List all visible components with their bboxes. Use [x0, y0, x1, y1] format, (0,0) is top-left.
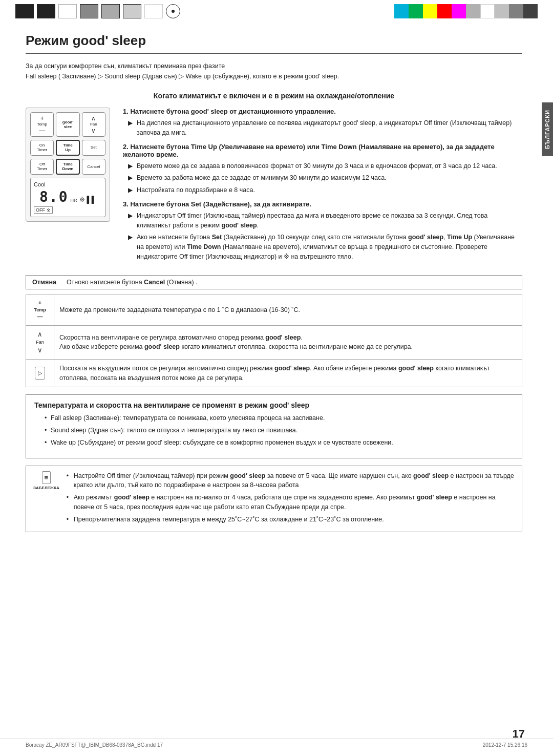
step-3: 3. Натиснете бутона Set (Задействане), з…: [123, 200, 522, 262]
bullet-arrow-icon: ▶: [128, 185, 133, 195]
remote-set-btn: Set: [82, 140, 105, 156]
reg-box-6: [123, 4, 141, 18]
display-time-value: 8.0: [39, 188, 69, 205]
bottom-bullet-list: Fall asleep (Заспиване): температурата с…: [45, 413, 514, 447]
step-2-title: 2. Натиснете бутона Time Up (Увеличаване…: [123, 143, 522, 158]
step-1-bullet-text: На дисплея на дистанционното управление …: [137, 118, 522, 138]
display-cool-label: Cool: [34, 181, 46, 187]
language-label: БЪЛГАРСКИ: [542, 102, 553, 156]
bullet-arrow-icon: ▶: [128, 161, 133, 171]
note-box: ≡ ЗАБЕЛЕЖКА Настройте Off timer (Изключв…: [26, 466, 522, 533]
remote-off-timer-btn: OffTimer: [30, 159, 54, 175]
step-3-bullet-text-1: Индикаторът Off timer (Изключващ таймер)…: [137, 211, 522, 230]
temp-icon: + Temp —: [31, 299, 49, 321]
step-3-bullet-2: ▶ Ако не натиснете бутона Set (Задейства…: [123, 233, 522, 261]
fan-text-extra: Ако обаче изберете режима good' sleep ко…: [59, 343, 413, 350]
display-panel: Cool 8.0 HR ※ ▌▌ OFF ※: [30, 178, 105, 217]
bullet-arrow-icon: ▶: [128, 211, 133, 230]
display-hr-label: HR: [71, 198, 77, 203]
color-bar-darkgray: [509, 4, 523, 18]
step-2-bullet-2: ▶ Времето за работа може да се зададе от…: [123, 173, 522, 183]
step-2-bullet-text-3: Настройката по подразбиране е 8 часа.: [137, 185, 522, 195]
reg-box-5: [101, 4, 120, 18]
remote-buttons-grid: + Temp — good'slee ∧ Fan ∨: [30, 112, 105, 137]
color-bar-green: [409, 4, 423, 18]
reg-box-7: [144, 4, 163, 18]
reg-box-2: [37, 4, 55, 18]
color-bar-gray: [466, 4, 480, 18]
table-row-fan: ∧ Fan ∨ Скоростта на вентилиране се регу…: [26, 325, 522, 359]
bottom-highlighted-section: Температурата и скоростта на вентилиране…: [26, 394, 522, 458]
display-off-label: OFF ※: [34, 206, 53, 214]
color-bars: [394, 4, 538, 18]
note-label: ЗАБЕЛЕЖКА: [33, 485, 59, 491]
step-3-bullet-1: ▶ Индикаторът Off timer (Изключващ тайме…: [123, 211, 522, 230]
remote-buttons-row2: OnTimer TimeUp Set: [30, 140, 105, 156]
fan-text-normal: Скоростта на вентилиране се регулира авт…: [59, 334, 303, 341]
step-3-title: 3. Натиснете бутона Set (Задействане), з…: [123, 200, 522, 208]
note-bullet-3: Препоръчителната зададена температура е …: [67, 515, 515, 524]
note-content: Настройте Off timer (Изключващ таймер) п…: [67, 471, 515, 527]
steps-content: 1. Натиснете бутона good' sleep от диста…: [123, 108, 522, 267]
main-content: Режим good' sleep За да осигури комфорте…: [0, 23, 553, 548]
remote-area: + Temp — good'slee ∧ Fan ∨: [26, 108, 113, 267]
fan-icon: ∧ Fan ∨: [31, 330, 49, 355]
remote-buttons-row3: OffTimer TimeDown Cancel: [30, 159, 105, 175]
remote-illustration: + Temp — good'slee ∧ Fan ∨: [26, 108, 110, 222]
bottom-section-title: Температурата и скоростта на вентилиране…: [34, 401, 309, 409]
airflow-icon: ▷: [35, 367, 45, 380]
display-time-row: 8.0 HR ※ ▌▌: [39, 188, 96, 205]
remote-time-up-btn: TimeUp: [56, 140, 79, 156]
remote-good-sleep-btn: good'slee: [56, 112, 79, 137]
airflow-info-text: Посоката на въздушния поток се регулира …: [54, 359, 522, 387]
note-icon-area: ≡ ЗАБЕЛЕЖКА: [33, 471, 59, 527]
bottom-bullet-3: Wake up (Събуждане) от режим good' sleep…: [45, 438, 514, 448]
footer-left: Boracay ZE_AR09FSFT@_IBIM_DB68-03378A_BG…: [26, 742, 163, 748]
note-symbol: ≡: [42, 471, 51, 485]
bottom-bullet-2: Sound sleep (Здрав сън): тялото се отпус…: [45, 426, 514, 435]
cancel-note: Отмяна Отново натиснете бутона Cancel (О…: [26, 275, 522, 289]
fan-info-text: Скоростта на вентилиране се регулира авт…: [54, 325, 522, 359]
temp-icon-cell: + Temp —: [26, 295, 54, 325]
reg-box-4: [80, 4, 98, 18]
table-row-temp: + Temp — Можете да промените зададената …: [26, 295, 522, 325]
temp-info-text: Можете да промените зададената температу…: [54, 295, 522, 325]
reg-box-1: [15, 4, 34, 18]
bottom-bullet-1: Fall asleep (Заспиване): температурата с…: [45, 413, 514, 423]
main-section: + Temp — good'slee ∧ Fan ∨: [26, 108, 522, 267]
step-1-title: 1. Натиснете бутона good' sleep от диста…: [123, 108, 522, 115]
color-bar-magenta: [452, 4, 466, 18]
step-2-bullet-text-1: Времето може да се задава в половинчасов…: [137, 161, 522, 171]
fan-icon-cell: ∧ Fan ∨: [26, 325, 54, 359]
step-2: 2. Натиснете бутона Time Up (Увеличаване…: [123, 143, 522, 195]
reg-box-3: [58, 4, 77, 18]
bullet-arrow-icon: ▶: [128, 173, 133, 183]
step-2-bullet-3: ▶ Настройката по подразбиране е 8 часа.: [123, 185, 522, 195]
intro-line1: За да осигури комфортен сън, климатикът …: [26, 61, 522, 71]
color-bar-silver: [495, 4, 509, 18]
color-bar-yellow: [423, 4, 437, 18]
page-footer: Boracay ZE_AR09FSFT@_IBIM_DB68-03378A_BG…: [0, 739, 553, 751]
intro-line2: Fall asleep ( Заспиване) ▷ Sound sleep (…: [26, 71, 522, 81]
remote-temp-btn: + Temp —: [30, 112, 54, 137]
remote-time-down-btn: TimeDown: [56, 159, 79, 175]
bullet-arrow-icon: ▶: [128, 233, 133, 261]
remote-cancel-btn: Cancel: [82, 159, 105, 175]
page-title: Режим good' sleep: [26, 33, 522, 54]
footer-right: 2012-12-7 15:26:16: [483, 742, 527, 748]
color-bar-verydark: [523, 4, 538, 18]
color-bar-white: [480, 4, 495, 18]
step-1: 1. Натиснете бутона good' sleep от диста…: [123, 108, 522, 138]
section-header: Когато климатикът е включен и е в режим …: [26, 91, 522, 101]
note-bullet-list: Настройте Off timer (Изключващ таймер) п…: [67, 471, 515, 524]
remote-on-timer-btn: OnTimer: [30, 140, 54, 156]
cancel-note-text: Отново натиснете бутона Cancel (Отмяна) …: [67, 279, 198, 286]
airflow-icon-cell: ▷: [26, 359, 54, 387]
info-table: + Temp — Можете да промените зададената …: [26, 295, 522, 388]
note-bullet-2: Ако режимът good' sleep е настроен на по…: [67, 493, 515, 512]
color-bar-red: [437, 4, 452, 18]
bullet-arrow-icon: ▶: [128, 118, 133, 138]
intro-text: За да осигури комфортен сън, климатикът …: [26, 61, 522, 81]
table-row-airflow: ▷ Посоката на въздушния поток се регулир…: [26, 359, 522, 387]
reg-circle-center: [166, 4, 180, 18]
